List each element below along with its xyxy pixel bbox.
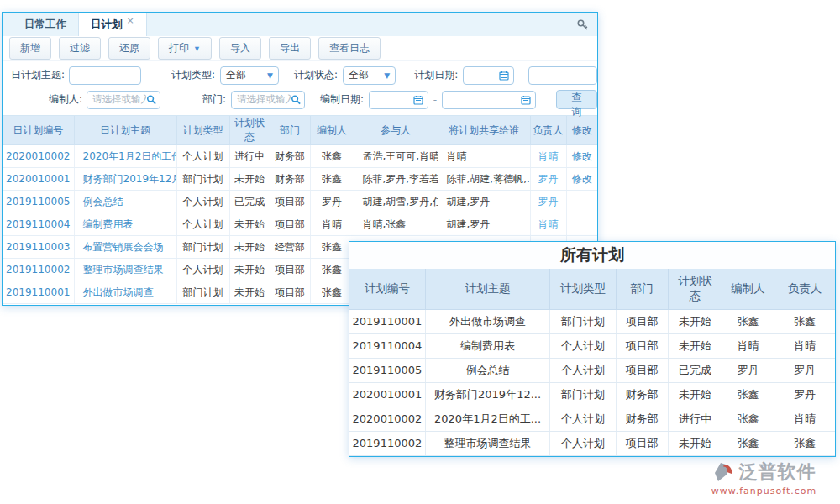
new-button[interactable]: 新增 (9, 37, 51, 60)
search-icon[interactable] (146, 94, 156, 105)
daily-plan-table-header-row: 日计划编号日计划主题计划类型计划状态部门编制人参与人将计划共享给谁负责人修改 (3, 116, 597, 145)
plan-date-to-input[interactable] (528, 66, 597, 85)
table-cell-link[interactable]: 2019110003 (3, 236, 74, 259)
table-cell-link[interactable]: 2020010001 (3, 168, 74, 191)
table-cell: 部门计划 (550, 309, 616, 333)
calendar-icon[interactable] (499, 71, 509, 81)
export-button[interactable]: 导出 (269, 37, 311, 60)
department-label: 部门: (202, 92, 226, 107)
table-cell: 经营部 (270, 236, 310, 259)
column-header: 日计划主题 (74, 116, 176, 145)
table-cell: 项目部 (616, 358, 668, 382)
table-cell-link[interactable]: 肖晴 (530, 213, 566, 236)
table-cell: 未开始 (229, 236, 270, 259)
filter-button[interactable]: 过滤 (59, 37, 101, 60)
table-cell: 部门计划 (176, 281, 229, 304)
table-cell: 个人计划 (550, 358, 616, 382)
table-cell: 财务部门2019年12... (425, 382, 550, 407)
table-row: 2019110002整理市场调查结果个人计划项目部未开始张鑫张鑫 (349, 431, 835, 455)
department-placeholder: 请选择或输入 (237, 93, 291, 106)
close-icon[interactable]: × (127, 15, 134, 26)
column-header: 计划状态 (229, 116, 270, 145)
table-row: 2020010001财务部门2019年12月的...部门计划未开始财务部张鑫陈菲… (3, 168, 597, 191)
tab-daily-plan-label: 日计划 (91, 18, 123, 32)
table-cell-link[interactable]: 外出做市场调查 (74, 281, 176, 304)
table-cell: 肖晴 (774, 333, 835, 358)
table-cell: 项目部 (270, 281, 310, 304)
table-cell: 胡建,罗丹 (438, 213, 530, 236)
table-cell: 整理市场调查结果 (425, 431, 550, 455)
status-select[interactable]: 全部 ▼ (343, 66, 396, 85)
table-row: 2019110004编制费用表个人计划项目部未开始肖晴肖晴 (349, 333, 835, 358)
tab-daily-plan[interactable]: 日计划 × (78, 13, 147, 36)
calendar-icon[interactable] (521, 95, 531, 105)
table-cell-link[interactable]: 罗丹 (530, 191, 566, 213)
date-range-separator: - (433, 94, 437, 106)
all-plans-table: 计划编号计划主题计划类型部门计划状态编制人负责人 2019110001外出做市场… (349, 269, 835, 456)
screen: 日常工作 日计划 × 新增 过滤 还原 打印 ▼ 导入 导出 查 (0, 0, 840, 504)
table-row: 2020010001财务部门2019年12...部门计划财务部未开始张鑫罗丹 (349, 382, 835, 407)
restore-button[interactable]: 还原 (108, 37, 150, 60)
table-cell: 外出做市场调查 (425, 309, 550, 333)
subject-input[interactable] (69, 66, 141, 85)
calendar-icon[interactable] (413, 95, 423, 105)
tab-daily-work[interactable]: 日常工作 (13, 13, 78, 36)
table-cell-link[interactable]: 2020010002 (3, 145, 74, 168)
brand-url: www.fanpusoft.com (695, 486, 833, 496)
caret-down-icon: ▼ (193, 45, 201, 53)
table-cell: 个人计划 (176, 191, 229, 213)
print-button[interactable]: 打印 ▼ (158, 37, 212, 60)
table-cell-link[interactable]: 修改 (566, 168, 597, 191)
table-cell: 张鑫 (310, 259, 354, 281)
plan-date-label: 计划日期: (414, 68, 458, 82)
all-plans-panel: 所有计划 计划编号计划主题计划类型部门计划状态编制人负责人 2019110001… (349, 241, 836, 457)
table-cell: 罗丹 (774, 358, 835, 382)
plan-date-from-input[interactable] (463, 66, 514, 85)
column-header: 日计划编号 (3, 116, 74, 145)
table-cell: 个人计划 (550, 407, 616, 431)
table-cell-link[interactable]: 修改 (566, 145, 597, 168)
compiler-input[interactable]: 请选择或输入 (87, 91, 160, 109)
compile-date-from-input[interactable] (369, 91, 428, 109)
compile-date-to-input[interactable] (442, 91, 536, 109)
import-button[interactable]: 导入 (219, 37, 261, 60)
table-cell-link[interactable]: 2020年1月2日的工作日... (74, 145, 176, 168)
department-input[interactable]: 请选择或输入 (231, 91, 305, 109)
table-cell: 个人计划 (176, 213, 229, 236)
table-cell: 胡建,罗丹 (438, 191, 530, 213)
table-cell: 张鑫 (722, 431, 774, 455)
table-cell-link[interactable]: 整理市场调查结果 (74, 259, 176, 281)
table-cell: 部门计划 (176, 236, 229, 259)
table-cell: 未开始 (229, 213, 270, 236)
table-cell: 2019110002 (349, 431, 425, 455)
table-cell: 个人计划 (550, 431, 616, 455)
table-cell-link[interactable]: 2019110004 (3, 213, 74, 236)
table-cell-link[interactable]: 2019110002 (3, 259, 74, 281)
table-cell-link[interactable]: 肖晴 (530, 145, 566, 168)
table-cell-link[interactable]: 2019110005 (3, 191, 74, 213)
key-icon[interactable] (576, 18, 589, 31)
caret-down-icon: ▼ (384, 71, 390, 80)
table-cell: 孟浩,王可可,肖晴,张鑫 (354, 145, 438, 168)
view-log-button[interactable]: 查看日志 (318, 37, 381, 60)
column-header: 部门 (616, 269, 668, 309)
table-cell-link[interactable]: 布置营销展会会场 (74, 236, 176, 259)
table-cell: 罗丹 (774, 382, 835, 407)
column-header: 将计划共享给谁 (438, 116, 530, 145)
table-cell-link[interactable]: 编制费用表 (74, 213, 176, 236)
column-header: 部门 (270, 116, 310, 145)
table-cell-link[interactable]: 罗丹 (530, 168, 566, 191)
table-cell: 罗丹 (310, 191, 354, 213)
tab-bar: 日常工作 日计划 × (3, 13, 597, 36)
search-button[interactable]: 查询 (556, 90, 597, 109)
table-cell-link[interactable]: 例会总结 (74, 191, 176, 213)
table-cell: 胡建,胡雪,罗丹,任晓... (354, 191, 438, 213)
table-cell-link[interactable]: 财务部门2019年12月的... (74, 168, 176, 191)
type-select[interactable]: 全部 ▼ (220, 66, 279, 85)
view-log-button-label: 查看日志 (329, 41, 370, 55)
brand-name: 泛普软件 (739, 459, 816, 485)
table-cell: 张鑫 (774, 309, 835, 333)
fanpu-logo-icon (712, 460, 736, 484)
search-icon[interactable] (291, 94, 301, 105)
table-cell-link[interactable]: 2019110001 (3, 281, 74, 304)
